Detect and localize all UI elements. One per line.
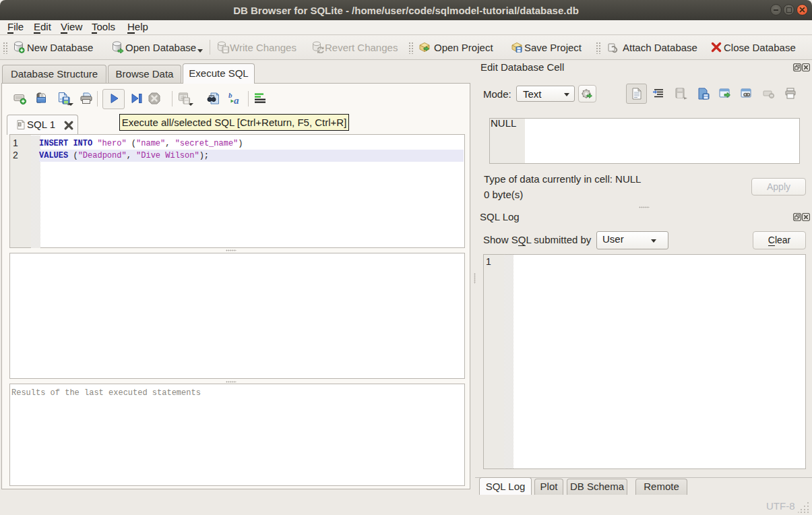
svg-text:a: a [234, 95, 239, 105]
svg-text:b: b [228, 92, 232, 99]
